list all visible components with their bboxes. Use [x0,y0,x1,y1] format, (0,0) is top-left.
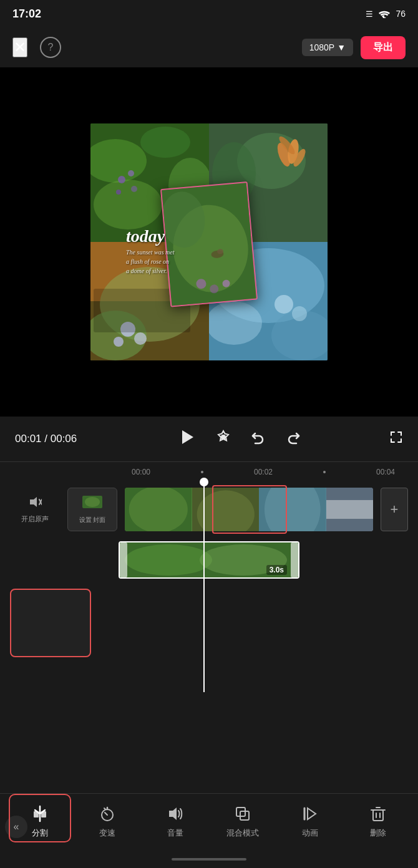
svg-marker-38 [182,430,193,444]
empty-track-row [0,582,418,663]
timeline-area: 00:00 00:02 00:04 开启原声 [0,461,418,692]
svg-point-21 [134,332,147,345]
svg-point-44 [85,497,100,507]
svg-point-54 [125,544,212,576]
quality-arrow: ▼ [337,42,346,52]
keyframe-button[interactable] [216,430,231,448]
audio-track-label: 开启原声 [21,514,49,524]
svg-rect-68 [373,810,383,821]
collage: today The sunset was met a flush of rose… [90,123,328,360]
play-button[interactable] [178,428,196,450]
help-button[interactable]: ? [40,37,61,58]
signal-icon: ☰ [366,9,373,19]
svg-point-2 [140,127,190,158]
svg-point-7 [116,190,121,195]
svg-point-8 [131,186,137,192]
add-clip-button[interactable]: + [381,488,408,531]
svg-point-28 [275,295,293,314]
close-button[interactable]: ✕ [12,37,27,57]
video-preview: today The sunset was met a flush of rose… [0,67,418,417]
toolbar-item-split[interactable]: 分割 [15,804,65,839]
main-clip[interactable] [125,488,373,531]
clip-seg-2 [192,488,260,531]
playback-bar: 00:01 / 00:06 [0,417,418,461]
svg-point-4 [94,180,162,229]
battery-icon: 76 [396,9,406,19]
empty-track-box [10,589,91,657]
clip-seg-1 [125,488,192,531]
blend-icon [233,804,253,824]
ruler-dot-1 [201,471,203,473]
status-time: 17:02 [12,7,41,21]
animate-label: 动画 [302,827,318,839]
sub-clip[interactable]: 3.0s [119,541,299,579]
svg-rect-61 [41,811,46,817]
ruler-mark-1: 00:02 [232,468,294,476]
audio-icon [165,804,185,824]
time-ruler: 00:00 00:02 00:04 [0,461,418,481]
ruler-mark-0: 00:00 [110,468,172,476]
cover-clip-thumbnail [82,496,102,516]
cover-clip[interactable]: 设置 封面 [67,488,117,531]
quality-label: 1080P [309,42,334,52]
audio-label: 音量 [167,827,183,839]
status-bar: 17:02 ☰ 76 [0,0,418,27]
playback-controls [90,428,389,450]
toolbar-item-audio[interactable]: 音量 [150,804,200,839]
ruler-dot-2 [323,471,326,473]
toolbar-left: ✕ ? [12,37,61,58]
audio-track-left: 开启原声 [10,495,60,524]
toolbar-right: 1080P ▼ 导出 [302,36,406,59]
home-indicator [0,850,418,868]
home-bar [172,858,246,861]
undo-button[interactable] [251,430,266,448]
toolbar-item-blend[interactable]: 混合模式 [218,804,268,839]
sub-track-row: 3.0s [0,538,418,582]
split-icon [30,804,50,824]
center-card [160,181,258,307]
svg-point-46 [129,488,188,531]
svg-point-39 [221,435,225,439]
time-display: 00:01 / 00:06 [15,433,90,445]
text-overlay: today The sunset was met a flush of rose… [126,228,175,276]
wifi-icon [378,9,391,18]
toolbar-item-delete[interactable]: 删除 [353,804,403,839]
toolbar-item-speed[interactable]: 变速 [82,804,132,839]
current-time: 00:01 [15,433,42,445]
sub-clip-handle-right[interactable] [291,542,298,577]
svg-rect-52 [326,500,373,519]
speed-icon [97,804,117,824]
toolbar-item-animate[interactable]: 动画 [285,804,335,839]
ruler-mark-2: 00:04 [354,468,417,476]
svg-marker-63 [169,808,177,820]
export-button[interactable]: 导出 [361,36,406,59]
total-time: 00:06 [51,433,77,445]
sub-clip-handle-left[interactable] [120,542,127,577]
split-label: 分割 [32,827,48,839]
svg-point-50 [265,488,321,531]
cover-clip-label: 设置 封面 [79,516,106,524]
svg-point-6 [128,170,134,176]
bottom-toolbar: « 分割 [0,793,418,868]
status-icons: ☰ 76 [366,9,406,19]
fullscreen-button[interactable] [389,430,403,448]
animate-icon [300,804,320,824]
delete-icon [368,804,388,824]
svg-marker-40 [30,497,37,507]
quality-button[interactable]: 1080P ▼ [302,39,353,56]
svg-point-5 [118,176,125,183]
poem-text: The sunset was met a flush of rose on a … [126,248,175,276]
toolbar-items: 分割 变速 音量 [0,794,418,850]
main-track-row: 开启原声 设置 封面 [0,481,418,538]
sub-clip-duration: 3.0s [266,565,287,575]
clips-wrapper[interactable] [125,488,373,531]
clip-seg-4 [326,488,373,531]
top-toolbar: ✕ ? 1080P ▼ 导出 [0,27,418,67]
svg-rect-60 [34,811,39,817]
mute-icon[interactable] [28,495,42,512]
svg-marker-66 [308,808,316,819]
video-canvas: today The sunset was met a flush of rose… [90,123,328,360]
svg-point-29 [292,306,307,321]
redo-button[interactable] [286,430,301,448]
svg-point-22 [114,337,124,347]
